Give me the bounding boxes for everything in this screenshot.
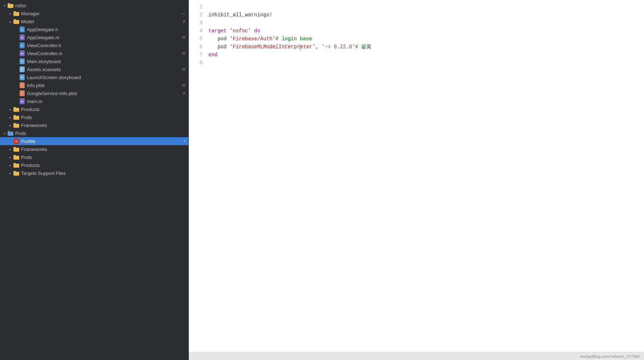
code-lines[interactable]: inhibit_all_warnings! target 'nsfoc' do … <box>207 3 644 352</box>
sidebar-item-label: Pods <box>21 115 186 120</box>
sidebar-item-label: Main.storyboard <box>27 59 186 64</box>
sidebar-item-appdelegate-h[interactable]: h AppDelegate.h <box>0 25 188 33</box>
arrow-icon <box>7 123 13 127</box>
sidebar-item-model[interactable]: Model A <box>0 17 188 25</box>
folder-icon <box>13 114 20 120</box>
sidebar-item-label: ViewController.h <box>27 43 186 48</box>
sidebar-item-label: LaunchScreen.storyboard <box>27 75 186 80</box>
badge: M <box>182 83 186 87</box>
sidebar-item-pods-group[interactable]: Pods <box>0 113 188 121</box>
sidebar-item-label: nsfoc <box>15 3 186 8</box>
badge: A <box>183 91 186 95</box>
sidebar-item-label: Products <box>21 107 186 112</box>
code-line-8 <box>208 59 644 67</box>
arrow-icon <box>1 131 7 135</box>
folder-icon <box>13 170 20 176</box>
sidebar-item-launchscreen[interactable]: ⊞ LaunchScreen.storyboard <box>0 73 188 81</box>
sidebar-item-appdelegate-m[interactable]: m AppDelegate.m M <box>0 33 188 41</box>
sidebar-item-label: ViewController.m <box>27 51 181 56</box>
sidebar-item-pods-root[interactable]: Pods <box>0 129 188 137</box>
code-editor[interactable]: 1 2 3 4 5 6 7 8 inhibit_all_warnings! ta… <box>189 0 644 360</box>
line-numbers: 1 2 3 4 5 6 7 8 <box>189 3 207 352</box>
xcassets-icon: ⊡ <box>19 66 25 72</box>
arrow-icon <box>7 20 13 24</box>
sidebar-item-pods2[interactable]: Pods <box>0 153 188 161</box>
sidebar-item-label: Podfile <box>21 139 182 144</box>
status-text: iosAppBlog.com/network_#17000 <box>580 354 640 359</box>
code-line-7: end <box>208 51 644 59</box>
arrow-icon <box>1 4 7 8</box>
plist-icon: P <box>19 90 25 96</box>
arrow-icon <box>7 155 13 159</box>
folder-icon <box>7 3 14 8</box>
code-line-6: pod 'FirebaseMLModelInterpreter', '~> 0.… <box>208 43 644 51</box>
sidebar-item-assets[interactable]: ⊡ Assets.xcassets M <box>0 65 188 73</box>
arrow-icon <box>7 163 13 167</box>
m-file-icon: m <box>19 34 25 40</box>
sidebar-item-label: AppDelegate.m <box>27 35 181 40</box>
folder-icon <box>13 19 20 24</box>
sidebar-item-viewcontroller-m[interactable]: m ViewController.m M <box>0 49 188 57</box>
sidebar-item-label: Pods <box>15 131 186 136</box>
sidebar-item-label: Products <box>21 163 186 168</box>
sidebar-item-label: Manager <box>21 11 180 16</box>
sidebar-item-viewcontroller-h[interactable]: h ViewController.h <box>0 41 188 49</box>
arrow-icon <box>7 12 13 16</box>
badge: M <box>182 67 186 71</box>
sidebar-item-manager[interactable]: Manager — <box>0 9 188 17</box>
sidebar-item-targets[interactable]: Targets Support Files <box>0 169 188 177</box>
code-line-2: inhibit_all_warnings! <box>208 11 644 19</box>
sidebar-item-label: Frameworks <box>21 123 186 128</box>
status-bar: iosAppBlog.com/network_#17000 <box>189 352 644 360</box>
sidebar-item-frameworks2[interactable]: Frameworks <box>0 145 188 153</box>
badge: M <box>182 51 186 56</box>
sidebar-item-label: Pods <box>21 155 186 160</box>
code-line-3 <box>208 19 644 27</box>
sidebar-item-label: AppDelegate.h <box>27 27 186 32</box>
badge: ? <box>183 139 186 143</box>
code-line-1 <box>208 3 644 11</box>
folder-icon <box>13 106 20 112</box>
code-content-area[interactable]: 1 2 3 4 5 6 7 8 inhibit_all_warnings! ta… <box>189 0 644 352</box>
code-line-5: pod 'Firebase/Auth'# login base <box>208 35 644 43</box>
pods-folder-icon <box>7 130 14 136</box>
sidebar-item-label: GoogleService-Info.plist <box>27 91 182 96</box>
folder-icon <box>13 154 20 160</box>
storyboard-icon: ⊞ <box>19 58 25 64</box>
arrow-icon <box>7 171 13 175</box>
plist-icon: P <box>19 82 25 88</box>
sidebar-item-label: Assets.xcassets <box>27 67 181 72</box>
sidebar-item-main-m[interactable]: m main.m <box>0 97 188 105</box>
sidebar-item-frameworks1[interactable]: Frameworks <box>0 121 188 129</box>
badge: — <box>182 11 186 16</box>
m-file-icon: m <box>19 50 25 56</box>
arrow-icon <box>7 147 13 151</box>
sidebar-item-label: Info.plist <box>27 83 181 88</box>
sidebar-item-googleservice-plist[interactable]: P GoogleService-Info.plist A <box>0 89 188 97</box>
sidebar-item-nsfoc[interactable]: nsfoc <box>0 1 188 9</box>
badge: M <box>182 35 186 40</box>
m-file-icon: m <box>19 98 25 104</box>
sidebar-item-main-storyboard[interactable]: ⊞ Main.storyboard <box>0 57 188 65</box>
folder-icon <box>13 162 20 168</box>
folder-icon <box>13 122 20 128</box>
badge: A <box>183 19 186 24</box>
code-line-4: target 'nsfoc' do <box>208 27 644 35</box>
podfile-icon: R <box>13 138 20 144</box>
sidebar-item-podfile[interactable]: R Podfile ? <box>0 137 188 145</box>
folder-icon <box>13 146 20 152</box>
file-navigator[interactable]: nsfoc Manager — Model A h AppDelegate.h … <box>0 0 189 360</box>
arrow-icon <box>7 107 13 111</box>
arrow-icon <box>7 115 13 119</box>
sidebar-item-products1[interactable]: Products <box>0 105 188 113</box>
h-file-icon: h <box>19 42 25 48</box>
folder-icon <box>13 11 20 16</box>
sidebar-item-label: Frameworks <box>21 147 186 152</box>
storyboard-icon: ⊞ <box>19 74 25 80</box>
sidebar-item-products2[interactable]: Products <box>0 161 188 169</box>
sidebar-item-label: main.m <box>27 99 186 104</box>
sidebar-item-label: Targets Support Files <box>21 171 186 176</box>
h-file-icon: h <box>19 26 25 32</box>
sidebar-item-info-plist[interactable]: P Info.plist M <box>0 81 188 89</box>
sidebar-item-label: Model <box>21 19 182 24</box>
